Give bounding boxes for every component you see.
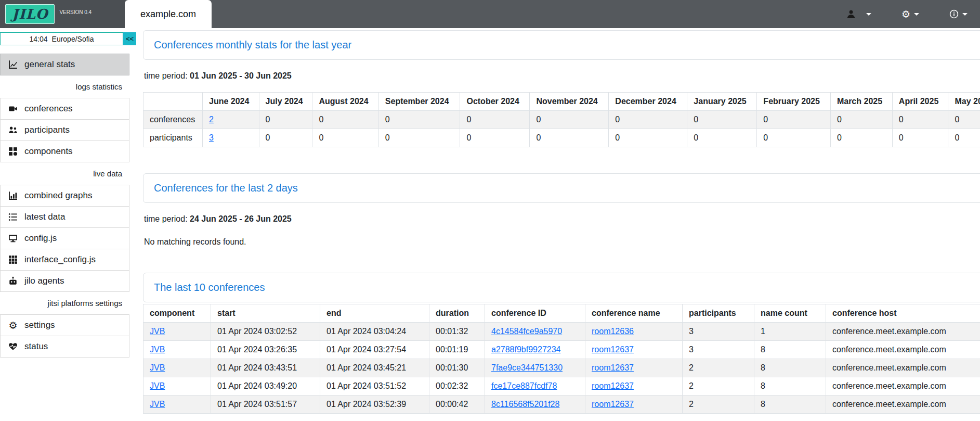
- monthly-cell: 0: [378, 129, 460, 147]
- sidebar-collapse-button[interactable]: <<: [123, 32, 136, 45]
- conference-cell-link[interactable]: 8c116568f5201f28: [491, 400, 559, 409]
- time-period-value: 24 Jun 2025 - 26 Jun 2025: [190, 214, 292, 223]
- info-menu[interactable]: [949, 9, 968, 19]
- sidebar-item-label: settings: [24, 320, 55, 330]
- sidebar-item-combined-graphs[interactable]: combined graphs: [0, 185, 129, 207]
- monthly-column-header: April 2025: [892, 93, 948, 111]
- conference-cell: 8c116568f5201f28: [485, 396, 585, 414]
- chevron-down-icon: [962, 13, 968, 16]
- clock-timezone: Europe/Sofia: [52, 35, 94, 43]
- sidebar: 14:04 Europe/Sofia << general stats logs…: [0, 28, 136, 421]
- monthly-cell: 0: [757, 129, 831, 147]
- monthly-table: June 2024July 2024August 2024September 2…: [143, 92, 980, 147]
- sidebar-item-components[interactable]: components: [0, 141, 129, 162]
- monthly-row: conferences2000000000000: [143, 111, 980, 129]
- monthly-time-period: time period: 01 Jun 2025 - 30 Jun 2025: [144, 71, 980, 81]
- conference-cell: JVB: [143, 323, 211, 341]
- conference-cell-link[interactable]: a2788f9bf9927234: [491, 345, 560, 354]
- robot-icon: [7, 276, 19, 286]
- conference-cell-link[interactable]: JVB: [150, 345, 165, 354]
- sidebar-item-latest-data[interactable]: latest data: [0, 206, 129, 228]
- user-icon: [845, 9, 857, 19]
- monthly-row-label: participants: [143, 129, 203, 147]
- conference-cell: 7fae9ce344751330: [485, 359, 585, 377]
- conference-cell: conference.meet.example.com: [826, 323, 980, 341]
- conference-column-header: component: [143, 304, 211, 323]
- monthly-column-header: July 2024: [259, 93, 312, 111]
- conference-cell: 01 Apr 2024 03:51:52: [320, 377, 429, 396]
- conference-cell: conference.meet.example.com: [826, 396, 980, 414]
- conference-cell: conference.meet.example.com: [826, 377, 980, 396]
- sidebar-item-config-js[interactable]: config.js: [0, 227, 129, 249]
- monthly-column-header: September 2024: [378, 93, 460, 111]
- sidebar-item-status[interactable]: status: [0, 336, 129, 358]
- monthly-row: participants3000000000000: [143, 129, 980, 147]
- conference-cell-link[interactable]: 4c14584fce9a5970: [491, 327, 562, 336]
- conferences-table: componentstartenddurationconference IDco…: [143, 304, 980, 414]
- sidebar-item-label: config.js: [24, 233, 57, 244]
- sidebar-item-interface-config-js[interactable]: interface_config.js: [0, 249, 129, 271]
- monthly-row-label: conferences: [143, 111, 203, 129]
- monthly-cell-link[interactable]: 2: [209, 115, 214, 124]
- conference-cell: room12637: [585, 341, 683, 359]
- conference-cell: 01 Apr 2024 03:45:21: [320, 359, 429, 377]
- conference-cell: 8: [754, 377, 826, 396]
- conference-cell-link[interactable]: JVB: [150, 327, 165, 336]
- chart-line-icon: [7, 60, 19, 69]
- conference-cell: conference.meet.example.com: [826, 341, 980, 359]
- conference-cell: 01 Apr 2024 03:02:52: [211, 323, 320, 341]
- settings-menu[interactable]: ⚙: [901, 9, 919, 19]
- sidebar-item-settings[interactable]: ⚙ settings: [0, 314, 129, 336]
- conference-cell-link[interactable]: room12637: [592, 363, 634, 372]
- conference-column-header: participants: [683, 304, 754, 323]
- last-2-days-header: Conferences for the last 2 days: [143, 173, 980, 203]
- conference-cell-link[interactable]: room12637: [592, 400, 634, 409]
- sidebar-item-participants[interactable]: participants: [0, 119, 129, 141]
- monthly-cell: 0: [830, 111, 892, 129]
- conference-cell: 01 Apr 2024 03:27:54: [320, 341, 429, 359]
- conference-cell: 8: [754, 396, 826, 414]
- sidebar-item-jilo-agents[interactable]: jilo agents: [0, 270, 129, 292]
- conference-row: JVB01 Apr 2024 03:51:5701 Apr 2024 03:52…: [143, 396, 980, 414]
- conference-cell: room12637: [585, 396, 683, 414]
- sidebar-item-label: general stats: [24, 59, 75, 70]
- jilo-logo[interactable]: JILO: [5, 4, 55, 24]
- monitor-icon: [7, 234, 19, 243]
- conference-cell-link[interactable]: room12637: [592, 381, 634, 390]
- conference-column-header: end: [320, 304, 429, 323]
- conference-cell-link[interactable]: JVB: [150, 363, 165, 372]
- monthly-cell: 3: [203, 129, 259, 147]
- tab-example-com[interactable]: example.com: [125, 0, 212, 28]
- conference-cell-link[interactable]: JVB: [150, 400, 165, 409]
- monthly-stats-section: Conferences monthly stats for the last y…: [143, 30, 980, 147]
- conference-column-header: start: [211, 304, 320, 323]
- conference-cell-link[interactable]: room12637: [592, 345, 634, 354]
- conference-cell-link[interactable]: 7fae9ce344751330: [491, 363, 563, 372]
- conference-column-header: conference host: [826, 304, 980, 323]
- conference-row: JVB01 Apr 2024 03:49:2001 Apr 2024 03:51…: [143, 377, 980, 396]
- conference-cell-link[interactable]: room12636: [592, 327, 634, 336]
- last-2-days-title: Conferences for the last 2 days: [154, 182, 298, 194]
- conference-cell: 01 Apr 2024 03:52:39: [320, 396, 429, 414]
- sidebar-item-general-stats[interactable]: general stats: [0, 54, 129, 75]
- sidebar-item-conferences[interactable]: conferences: [0, 98, 129, 120]
- conference-row: JVB01 Apr 2024 03:02:5201 Apr 2024 03:04…: [143, 323, 980, 341]
- conference-cell: 2: [683, 396, 754, 414]
- conference-cell-link[interactable]: fce17ce887fcdf78: [491, 381, 557, 390]
- conference-cell: a2788f9bf9927234: [485, 341, 585, 359]
- conference-cell-link[interactable]: JVB: [150, 381, 165, 390]
- monthly-column-header: June 2024: [203, 93, 259, 111]
- monthly-cell: 0: [609, 111, 687, 129]
- monthly-column-header: [143, 93, 203, 111]
- monthly-cell: 0: [259, 111, 312, 129]
- monthly-cell-link[interactable]: 3: [209, 133, 214, 142]
- tab-label: example.com: [140, 9, 196, 20]
- monthly-column-header: October 2024: [460, 93, 530, 111]
- conference-cell: room12637: [585, 359, 683, 377]
- no-records-message: No matching records found.: [144, 237, 980, 247]
- user-menu[interactable]: [845, 9, 871, 19]
- grid-icon: [7, 255, 19, 264]
- sidebar-item-label: interface_config.js: [24, 254, 96, 265]
- topbar-menus: ⚙: [845, 0, 980, 28]
- sidebar-item-label: participants: [24, 125, 70, 135]
